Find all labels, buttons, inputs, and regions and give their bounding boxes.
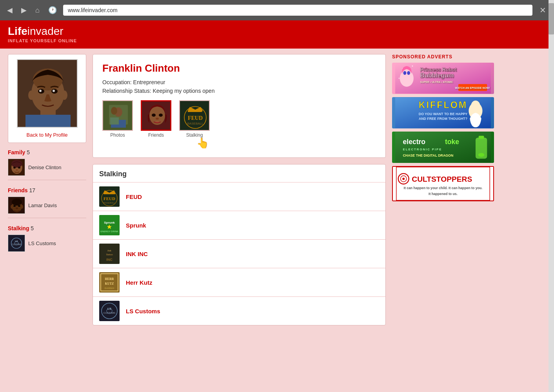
ad-cultstoppers[interactable]: CULTSTOPPERS It can happen to your child… [392,166,494,201]
svg-text:KIFFLOM: KIFFLOM [419,100,468,110]
stalking-thumb-svg: FEUD BASEBALL [180,101,210,131]
ls-customs-logo: LS CUSTOMS [99,301,120,321]
site-logo: Lifeinvader [8,25,546,38]
back-to-profile-link[interactable]: Back to My Profile [27,132,68,138]
stalking-item-feud[interactable]: FEUD BASEBALL FEUD [93,182,385,211]
sidebar-stalking-section: Stalking 5 LS CUSTOMS LS Custo [8,225,86,252]
svg-text:BASEBALL: BASEBALL [104,202,116,204]
sprunk-name: Sprunk [126,222,146,229]
profile-occupation: Occupation: Entrepreneur [102,79,376,85]
browser-chrome: ◀ ▶ ⌂ 🕐 ✕ [0,0,554,20]
close-button[interactable]: ✕ [536,4,549,16]
sprunk-logo: Sprunk ENERGY DRINK [99,215,120,235]
svg-text:Ink: Ink [107,249,112,252]
lamar-face-svg [8,197,25,214]
svg-text:BARBER: BARBER [105,287,114,289]
ls-customs-name: LS Customs [126,308,160,314]
kifflom-ad-svg: KIFFLOM DO YOU WANT TO BE HAPPY AND FREE… [395,97,491,128]
stalking-item-ink-inc[interactable]: Ink Tattoo INC INK INC [93,239,385,268]
svg-text:It can happen to your child. I: It can happen to your child. It can happ… [404,186,483,190]
svg-text:HERR: HERR [105,277,114,281]
stalking-count: 5 [31,225,34,231]
ink-inc-logo: Ink Tattoo INC [99,244,120,264]
svg-point-38 [152,114,156,117]
stalking-item-sprunk[interactable]: Sprunk ENERGY DRINK Sprunk [93,211,385,239]
ad-kifflom[interactable]: KIFFLOM DO YOU WANT TO BE HAPPY AND FREE… [392,97,494,128]
history-button[interactable]: 🕐 [46,4,59,16]
friends-divider [8,218,86,218]
svg-point-7 [39,90,42,92]
svg-point-34 [111,107,117,115]
relationship-value: Keeping my options open [153,88,214,94]
family-divider [8,180,86,180]
svg-text:ELECTRONIC PIPE: ELECTRONIC PIPE [403,148,442,151]
profile-avatar [17,59,78,128]
cultstoppers-ad-svg: CULTSTOPPERS It can happen to your child… [396,166,490,201]
lscustoms-sidebar-name: LS Customs [28,240,56,246]
photos-nav-item[interactable]: Photos [102,100,133,138]
svg-text:ENERGY DRINK: ENERGY DRINK [100,230,118,233]
svg-point-13 [11,160,22,168]
svg-text:SUPER • ULTRA • ATOMIC: SUPER • ULTRA • ATOMIC [420,81,453,83]
sidebar-family-section: Family 5 [8,149,86,180]
home-button[interactable]: ⌂ [33,5,42,16]
profile-card: Back to My Profile [8,54,86,143]
scrollbar-thumb[interactable] [549,3,554,34]
sidebar-family-denise[interactable]: Denise Clinton [8,159,86,176]
stalking-thumb: FEUD BASEBALL [179,100,210,131]
ad-princess-robot[interactable]: Princess Robot Bubblegum SUPER • ULTRA •… [392,63,494,94]
occupation-label: Occupation: [102,79,132,85]
herr-kutz-name: Herr Kutz [126,279,153,286]
svg-text:INC: INC [106,258,113,262]
ad-electrotoke[interactable]: electro toke ELECTRONIC PIPE CHASE THE D… [392,132,494,163]
princess-robot-ad-svg: Princess Robot Bubblegum SUPER • ULTRA •… [395,63,491,94]
relationship-label: Relationship Status: [102,88,151,94]
scrollbar-track[interactable] [549,0,554,331]
svg-point-24 [21,205,23,209]
profile-info-box: Franklin Clinton Occupation: Entrepreneu… [93,54,386,158]
friends-title: Friends [8,187,28,193]
sidebar-friends-lamar[interactable]: Lamar Davis [8,197,86,214]
profile-name: Franklin Clinton [102,62,376,74]
address-bar[interactable] [63,5,532,16]
occupation-value: Entrepreneur [133,79,165,85]
svg-point-93 [478,153,485,157]
svg-rect-35 [110,117,119,125]
svg-point-16 [16,170,18,171]
svg-text:FEUD: FEUD [188,115,203,121]
svg-point-23 [11,205,13,209]
lscustoms-sidebar-avatar: LS CUSTOMS [8,235,25,252]
svg-point-69 [412,65,413,67]
photos-thumb-svg [103,101,133,131]
svg-point-15 [18,167,20,169]
back-button[interactable]: ◀ [5,4,15,16]
cursor-pointer: 👆 [196,138,209,148]
feud-name: FEUD [126,193,142,200]
ink-inc-name: INK INC [126,251,148,257]
svg-text:WATCH AN EPISODE NOW!: WATCH AN EPISODE NOW! [455,87,490,89]
herr-kutz-logo-svg: HERR KUTZ BARBER [99,272,120,293]
forward-button[interactable]: ▶ [19,4,29,16]
electrotoke-ad-svg: electro toke ELECTRONIC PIPE CHASE THE D… [395,132,491,163]
stalking-item-ls-customs[interactable]: LS CUSTOMS LS Customs [93,296,385,325]
friends-nav-item[interactable]: Friends [141,100,171,138]
svg-point-21 [18,205,20,207]
profile-relationship: Relationship Status: Keeping my options … [102,88,376,94]
stalking-nav-item[interactable]: FEUD BASEBALL Stalking [179,100,210,138]
friends-header: Friends 17 [8,187,86,193]
svg-text:BASEBALL: BASEBALL [187,122,203,125]
ink-inc-logo-svg: Ink Tattoo INC [99,244,120,264]
stalking-item-herr-kutz[interactable]: HERR KUTZ BARBER Herr Kutz [93,268,385,296]
sidebar-stalking-lscustoms[interactable]: LS CUSTOMS LS Customs [8,235,86,252]
main-content: Franklin Clinton Occupation: Entrepreneu… [93,54,386,325]
svg-rect-2 [25,115,71,128]
svg-text:KUTZ: KUTZ [105,282,114,285]
svg-text:Sprunk: Sprunk [104,221,115,224]
svg-text:Tattoo: Tattoo [106,253,113,256]
svg-text:CULTSTOPPERS: CULTSTOPPERS [412,175,472,183]
friends-count: 17 [29,187,35,193]
denise-face-svg [8,159,25,176]
svg-text:FEUD: FEUD [104,196,115,201]
site-header: Lifeinvader INFLATE YOURSELF ONLINE [0,20,554,49]
svg-point-20 [13,205,16,207]
